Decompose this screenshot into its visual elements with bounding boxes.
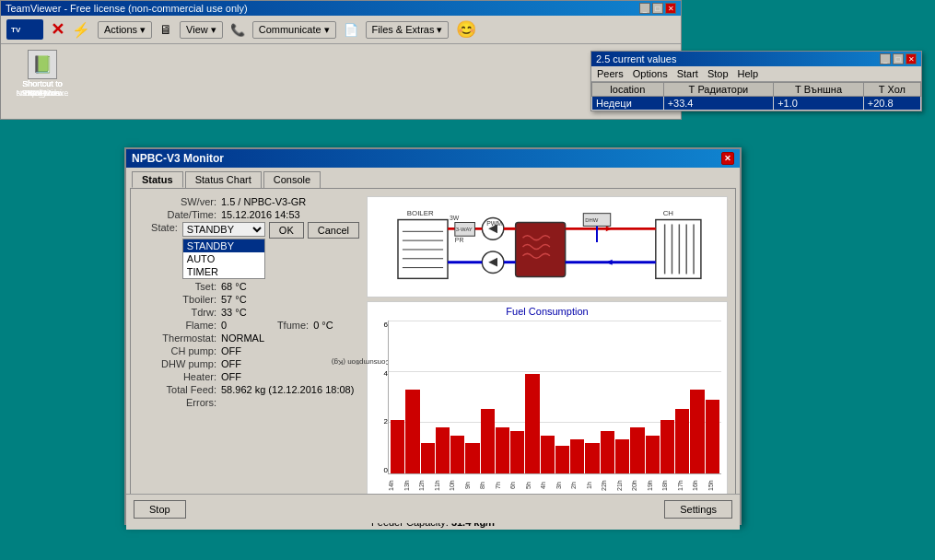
thermostat-row: Thermostat: NORMAL xyxy=(138,332,359,344)
files-extras-button[interactable]: Files & Extras ▾ xyxy=(366,21,450,39)
values-menu-help[interactable]: Help xyxy=(738,68,759,79)
values-close-btn[interactable]: ✕ xyxy=(906,53,917,64)
x-label-item: 8h xyxy=(479,476,494,495)
sw-ver-row: SW/ver: 1.5 / NPBC-V3-GR xyxy=(138,196,359,207)
tset-value: 68 °C xyxy=(221,281,247,292)
bar-item xyxy=(450,436,464,474)
monitor-title-text: NPBC-V3 Monitor xyxy=(132,152,224,165)
ok-button[interactable]: OK xyxy=(269,222,304,239)
cell-t-hol: +20.8 xyxy=(863,97,920,111)
bar-item xyxy=(690,390,704,473)
tv-maximize-btn[interactable]: □ xyxy=(652,3,663,14)
cell-location: Недеци xyxy=(592,97,664,111)
tab-status[interactable]: Status xyxy=(132,171,183,188)
thermostat-label: Thermostat: xyxy=(138,332,221,344)
right-panel: BOILER PWM xyxy=(367,196,728,503)
values-menu-start[interactable]: Start xyxy=(677,68,698,79)
values-menu-options[interactable]: Options xyxy=(633,68,668,79)
tv-communicate-icon: 📞 xyxy=(230,23,245,37)
state-dropdown-list: STANDBY AUTO TIMER xyxy=(182,239,265,279)
svg-text:DHW: DHW xyxy=(585,217,598,223)
view-button[interactable]: View ▾ xyxy=(180,21,223,39)
tv-smiley-icon: 😊 xyxy=(456,19,476,40)
teamviewer-bar: TeamViewer - Free license (non-commercia… xyxy=(0,0,682,120)
x-label-item: 14h xyxy=(388,476,403,495)
tab-console[interactable]: Console xyxy=(263,171,321,188)
values-table-header: location Т Радиатори Т Външна Т Хол xyxy=(592,83,921,97)
bar-item xyxy=(615,439,629,473)
errors-label: Errors: xyxy=(138,397,221,408)
datetime-label: Date/Time: xyxy=(138,209,221,220)
values-table: location Т Радиатори Т Външна Т Хол Неде… xyxy=(591,82,921,111)
tboiler-row: Tboiler: 57 °C xyxy=(138,294,359,305)
values-maximize-btn[interactable]: □ xyxy=(893,53,904,64)
actions-button[interactable]: Actions ▾ xyxy=(98,21,152,39)
book-icon[interactable]: 📗 Shortcut to Book1.xls xyxy=(10,50,75,98)
settings-button[interactable]: Settings xyxy=(664,500,732,519)
bars-container xyxy=(391,321,719,473)
bar-item xyxy=(465,443,479,473)
tab-status-chart[interactable]: Status Chart xyxy=(185,171,262,188)
col-location: location xyxy=(592,83,664,97)
heater-value: OFF xyxy=(221,371,241,382)
bar-item xyxy=(630,427,644,473)
heater-label: Heater: xyxy=(138,371,221,382)
x-label-item: 17h xyxy=(677,476,692,495)
tv-files-icon: 📄 xyxy=(344,23,358,37)
svg-text:3W: 3W xyxy=(450,215,460,221)
values-menu-stop[interactable]: Stop xyxy=(707,68,729,79)
tv-toolbar: TV ✕ ⚡ Actions ▾ 🖥 View ▾ 📞 Communicate … xyxy=(1,16,681,44)
x-label-item: 1h xyxy=(586,476,601,495)
monitor-close-btn[interactable]: ✕ xyxy=(721,152,734,165)
flame-label: Flame: xyxy=(138,320,221,331)
state-option-standby[interactable]: STANDBY xyxy=(183,239,264,252)
datetime-value: 15.12.2016 14:53 xyxy=(221,209,300,220)
svg-text:TV: TV xyxy=(11,26,21,34)
x-label-item: 10h xyxy=(449,476,463,495)
state-option-auto[interactable]: AUTO xyxy=(183,252,264,265)
tfume-value: 0 °C xyxy=(313,320,333,331)
x-label-item: 7h xyxy=(495,476,509,495)
dhw-pump-label: DHW pump: xyxy=(138,358,221,369)
tv-title-bar: TeamViewer - Free license (non-commercia… xyxy=(1,1,681,16)
values-menu-peers[interactable]: Peers xyxy=(597,68,624,79)
svg-text:3-WAY: 3-WAY xyxy=(456,227,473,232)
datetime-row: Date/Time: 15.12.2016 14:53 xyxy=(138,209,359,220)
x-label-item: 15h xyxy=(707,476,722,495)
fuel-chart: Fuel Consumption Fuel Consumption (Kg) xyxy=(367,301,728,503)
values-table-row[interactable]: Недеци +33.4 +1.0 +20.8 xyxy=(592,97,921,111)
flame-value: 0 xyxy=(221,320,227,331)
state-option-timer[interactable]: TIMER xyxy=(183,265,264,278)
tv-view-icon: 🖥 xyxy=(159,22,172,37)
svg-text:BOILER: BOILER xyxy=(407,209,434,217)
cell-t-rad: +33.4 xyxy=(663,97,774,111)
communicate-button[interactable]: Communicate ▾ xyxy=(252,21,336,39)
tv-close-btn[interactable]: ✕ xyxy=(665,3,676,14)
tv-win-controls: _ □ ✕ xyxy=(639,3,676,14)
cancel-button[interactable]: Cancel xyxy=(308,222,359,239)
svg-text:CH: CH xyxy=(663,209,674,217)
bar-item xyxy=(646,436,660,474)
dhw-pump-value: OFF xyxy=(221,358,241,369)
tv-disconnect-icon[interactable]: ✕ xyxy=(51,19,64,40)
state-dropdown-container: AUTO STANDBY TIMER STANDBY AUTO TIMER xyxy=(182,222,265,237)
state-label: State: xyxy=(138,222,182,233)
boiler-diagram: BOILER PWM xyxy=(367,196,728,298)
values-minimize-btn[interactable]: _ xyxy=(880,53,891,64)
total-feed-value: 58.962 kg (12.12.2016 18:08) xyxy=(221,384,354,395)
y-labels: 6 4 2 0 xyxy=(373,321,388,474)
tab-content-status: SW/ver: 1.5 / NPBC-V3-GR Date/Time: 15.1… xyxy=(130,188,736,511)
stop-button[interactable]: Stop xyxy=(134,500,186,519)
state-select[interactable]: AUTO STANDBY TIMER xyxy=(182,222,265,237)
x-label-item: 13h xyxy=(403,476,418,495)
bar-item xyxy=(391,420,404,473)
bar-item xyxy=(525,374,539,473)
bar-item xyxy=(405,390,419,473)
tset-row: Tset: 68 °C xyxy=(138,281,359,292)
tv-minimize-btn[interactable]: _ xyxy=(639,3,650,14)
diagram-svg: BOILER PWM xyxy=(368,197,727,297)
values-window: 2.5 current values _ □ ✕ Peers Options S… xyxy=(590,51,922,111)
bar-item xyxy=(421,443,435,473)
bar-item xyxy=(601,431,614,473)
desktop-icons-row: 🖥 Shortcut to NPBC_Moni... 📊 Shortcut to… xyxy=(1,44,681,50)
